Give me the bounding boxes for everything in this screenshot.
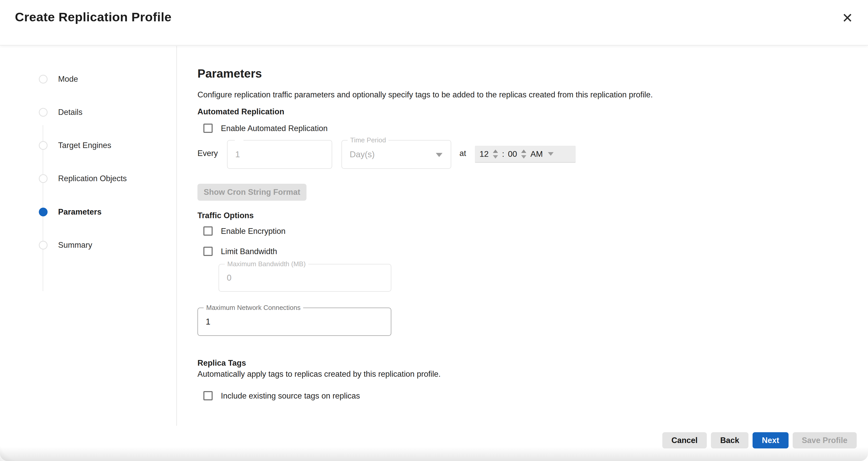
dialog-title: Create Replication Profile (15, 10, 172, 24)
step-label: Parameters (58, 207, 101, 217)
every-label: Every (197, 149, 218, 158)
checkbox-label: Limit Bandwidth (221, 247, 277, 257)
page-title: Parameters (197, 67, 262, 80)
stepper-step-mode[interactable]: Mode (0, 74, 176, 84)
checkbox-label: Enable Encryption (221, 226, 286, 236)
enable-automated-replication-checkbox[interactable] (204, 124, 213, 133)
parameters-panel: Parameters Configure replication traffic… (177, 46, 868, 426)
spinner-up-icon[interactable] (521, 150, 526, 153)
interval-value: 1 (235, 150, 240, 159)
save-profile-button[interactable]: Save Profile (793, 432, 857, 449)
stepper-step-summary[interactable]: Summary (0, 240, 176, 250)
step-label: Summary (58, 240, 92, 250)
enable-encryption-checkbox[interactable] (204, 226, 213, 236)
page-description: Configure replication traffic parameters… (197, 90, 653, 99)
hour-spinner[interactable] (492, 150, 499, 159)
max-bandwidth-input[interactable]: Maximum Bandwidth (MB) 0 (219, 264, 391, 292)
stepper-step-replication-objects[interactable]: Replication Objects (0, 174, 176, 183)
step-label: Details (58, 108, 83, 117)
step-label: Replication Objects (58, 174, 127, 183)
step-label: Target Engines (58, 141, 111, 150)
step-label: Mode (58, 74, 78, 84)
time-period-select[interactable]: Time Period Day(s) (341, 140, 451, 169)
max-bandwidth-value: 0 (227, 273, 231, 283)
traffic-options-heading: Traffic Options (197, 211, 254, 220)
meridiem-value[interactable]: AM (530, 149, 543, 159)
step-circle-icon (39, 141, 48, 150)
interval-input[interactable]: 1 (227, 140, 332, 169)
automated-replication-heading: Automated Replication (197, 107, 284, 117)
minute-spinner[interactable] (521, 150, 527, 159)
at-label: at (460, 149, 466, 158)
max-network-connections-input[interactable]: Maximum Network Connections 1 (197, 307, 391, 336)
include-source-tags-checkbox[interactable] (204, 391, 213, 400)
dialog-footer: Cancel Back Next Save Profile (0, 426, 868, 461)
show-cron-string-format-button[interactable]: Show Cron String Format (197, 184, 307, 201)
time-separator: : (502, 149, 504, 159)
stepper-step-target-engines[interactable]: Target Engines (0, 141, 176, 150)
time-picker[interactable]: 12 : 00 AM (475, 146, 576, 163)
max-network-connections-label: Maximum Network Connections (204, 304, 303, 312)
close-icon[interactable]: ✕ (840, 11, 855, 25)
checkbox-label: Include existing source tags on replicas (221, 391, 360, 401)
limit-bandwidth-checkbox[interactable] (204, 247, 213, 256)
checkbox-label: Enable Automated Replication (221, 124, 328, 133)
back-button[interactable]: Back (711, 432, 748, 449)
footer-buttons: Cancel Back Next Save Profile (662, 432, 857, 449)
create-replication-profile-dialog: Create Replication Profile ✕ Mode Detail… (0, 0, 868, 461)
minute-value[interactable]: 00 (508, 149, 517, 159)
spinner-down-icon[interactable] (521, 155, 526, 159)
hour-value[interactable]: 12 (479, 149, 489, 159)
cancel-button[interactable]: Cancel (662, 432, 707, 449)
stepper-step-details[interactable]: Details (0, 108, 176, 117)
replica-tags-heading: Replica Tags (197, 359, 246, 368)
step-circle-icon (39, 75, 48, 84)
dialog-header: Create Replication Profile ✕ (0, 0, 868, 45)
meridiem-dropdown-icon[interactable] (548, 152, 554, 156)
spinner-down-icon[interactable] (493, 155, 498, 159)
max-bandwidth-label: Maximum Bandwidth (MB) (225, 260, 308, 268)
step-active-circle-icon (39, 208, 48, 217)
time-period-label: Time Period (348, 136, 389, 144)
max-network-connections-value: 1 (206, 317, 210, 327)
replica-tags-description: Automatically apply tags to replicas cre… (197, 369, 441, 379)
step-circle-icon (39, 241, 48, 250)
next-button[interactable]: Next (752, 432, 788, 449)
input-label-notch (235, 140, 244, 140)
time-period-value: Day(s) (350, 150, 375, 159)
chevron-down-icon (436, 153, 442, 157)
wizard-stepper: Mode Details Target Engines Replication … (0, 46, 176, 426)
stepper-step-parameters[interactable]: Parameters (0, 207, 176, 217)
step-circle-icon (39, 174, 48, 183)
step-circle-icon (39, 108, 48, 117)
spinner-up-icon[interactable] (493, 150, 498, 153)
